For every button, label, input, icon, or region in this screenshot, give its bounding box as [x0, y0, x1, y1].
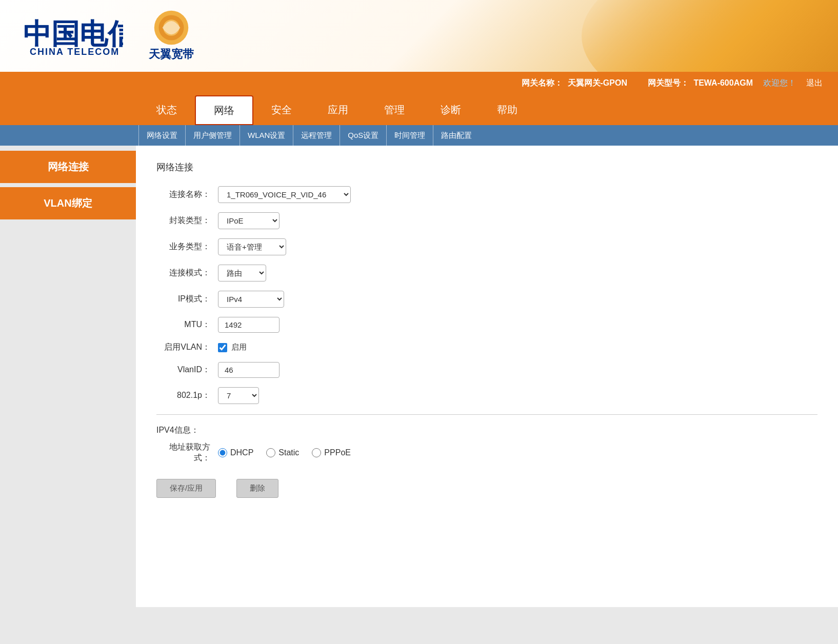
mtu-input[interactable] — [218, 317, 280, 333]
gateway-type: 网关型号： TEWA-600AGM — [648, 78, 753, 89]
encap-type-label: 封装类型： — [156, 215, 218, 226]
sidebar-item-network-connection[interactable]: 网络连接 — [0, 151, 136, 183]
form-row-8021p: 802.1p： 7 0 1 2 3 4 5 6 — [156, 387, 817, 404]
form-row-vlan-id: VlanID： — [156, 362, 817, 378]
radio-static-label: Static — [278, 448, 299, 457]
encap-type-control: IPoE PPPoE — [218, 212, 280, 229]
logo-area: 中国电信 CHINA TELECOM 天翼宽带 — [21, 10, 194, 62]
connection-name-control: 1_TR069_VOICE_R_VID_46 — [218, 186, 351, 203]
svg-text:CHINA TELECOM: CHINA TELECOM — [30, 47, 119, 57]
radio-dhcp[interactable]: DHCP — [218, 448, 253, 457]
gateway-info: 网关名称： 天翼网关-GPON 网关型号： TEWA-600AGM — [15, 78, 753, 89]
8021p-control: 7 0 1 2 3 4 5 6 — [218, 387, 259, 404]
sub-nav: 网络设置 用户侧管理 WLAN设置 远程管理 QoS设置 时间管理 路由配置 — [0, 125, 838, 146]
ip-mode-control: IPv4 IPv6 IPv4/IPv6 — [218, 291, 284, 308]
ip-mode-label: IP模式： — [156, 294, 218, 305]
service-type-select[interactable]: 语音+管理 上网 语音 管理 — [218, 238, 286, 255]
sub-nav-time[interactable]: 时间管理 — [387, 125, 433, 146]
connection-mode-label: 连接模式： — [156, 268, 218, 278]
nav-item-help[interactable]: 帮助 — [479, 94, 535, 125]
radio-static[interactable]: Static — [266, 448, 299, 457]
mtu-label: MTU： — [156, 319, 218, 330]
delete-button[interactable]: 删除 — [236, 479, 278, 498]
service-type-control: 语音+管理 上网 语音 管理 — [218, 238, 286, 255]
form-row-connection-mode: 连接模式： 路由 桥接 — [156, 265, 817, 281]
form-row-mtu: MTU： — [156, 317, 817, 333]
vlan-id-control — [218, 362, 280, 378]
vlan-id-label: VlanID： — [156, 365, 218, 375]
section-divider — [156, 414, 817, 415]
connection-mode-select[interactable]: 路由 桥接 — [218, 265, 266, 281]
vlan-id-input[interactable] — [218, 362, 280, 378]
ct-logo-svg: 中国电信 CHINA TELECOM — [21, 13, 123, 59]
radio-pppoe[interactable]: PPPoE — [312, 448, 351, 457]
connection-name-label: 连接名称： — [156, 189, 218, 200]
form-row-connection-name: 连接名称： 1_TR069_VOICE_R_VID_46 — [156, 186, 817, 203]
header: 中国电信 CHINA TELECOM 天翼宽带 — [0, 0, 838, 72]
nav-item-diagnose[interactable]: 诊断 — [423, 94, 479, 125]
connection-mode-control: 路由 桥接 — [218, 265, 266, 281]
sub-nav-qos[interactable]: QoS设置 — [340, 125, 387, 146]
tianyi-logo: 天翼宽带 — [149, 10, 194, 62]
radio-pppoe-label: PPPoE — [324, 448, 351, 457]
enable-vlan-control: 启用 — [218, 343, 247, 352]
nav-item-apps[interactable]: 应用 — [310, 94, 366, 125]
8021p-select[interactable]: 7 0 1 2 3 4 5 6 — [218, 387, 259, 404]
mtu-control — [218, 317, 280, 333]
form-row-service-type: 业务类型： 语音+管理 上网 语音 管理 — [156, 238, 817, 255]
content-area: 网络连接 VLAN绑定 网络连接 连接名称： 1_TR069_VOICE_R_V… — [0, 146, 838, 607]
address-type-radio-group: DHCP Static PPPoE — [218, 448, 351, 457]
sidebar-item-vlan-binding[interactable]: VLAN绑定 — [0, 187, 136, 219]
sub-nav-user-side[interactable]: 用户侧管理 — [186, 125, 240, 146]
save-button[interactable]: 保存/应用 — [156, 479, 216, 498]
sub-nav-remote[interactable]: 远程管理 — [293, 125, 340, 146]
welcome-link[interactable]: 欢迎您！ — [763, 78, 796, 89]
gateway-name: 网关名称： 天翼网关-GPON — [522, 78, 627, 89]
logout-link[interactable]: 退出 — [806, 78, 823, 89]
form-row-ip-mode: IP模式： IPv4 IPv6 IPv4/IPv6 — [156, 291, 817, 308]
form-row-encap-type: 封装类型： IPoE PPPoE — [156, 212, 817, 229]
top-nav: 网关名称： 天翼网关-GPON 网关型号： TEWA-600AGM 欢迎您！ 退… — [0, 72, 838, 94]
sub-nav-network-settings[interactable]: 网络设置 — [138, 125, 186, 146]
address-type-label: 地址获取方式： — [156, 442, 218, 464]
page-title: 网络连接 — [156, 161, 817, 173]
service-type-label: 业务类型： — [156, 242, 218, 252]
main-content: 网络连接 连接名称： 1_TR069_VOICE_R_VID_46 封装类型： … — [136, 146, 838, 607]
radio-pppoe-input[interactable] — [312, 448, 321, 457]
tianyi-icon — [153, 10, 189, 46]
encap-type-select[interactable]: IPoE PPPoE — [218, 212, 280, 229]
radio-dhcp-input[interactable] — [218, 448, 227, 457]
nav-item-manage[interactable]: 管理 — [366, 94, 423, 125]
svg-text:中国电信: 中国电信 — [23, 18, 123, 50]
ip-mode-select[interactable]: IPv4 IPv6 IPv4/IPv6 — [218, 291, 284, 308]
radio-dhcp-label: DHCP — [230, 448, 253, 457]
enable-vlan-label: 启用VLAN： — [156, 342, 218, 353]
nav-item-network[interactable]: 网络 — [195, 95, 253, 125]
btn-row: 保存/应用 删除 — [156, 479, 817, 498]
connection-name-select[interactable]: 1_TR069_VOICE_R_VID_46 — [218, 186, 351, 203]
nav-item-security[interactable]: 安全 — [253, 94, 310, 125]
radio-static-input[interactable] — [266, 448, 275, 457]
form-row-address-type: 地址获取方式： DHCP Static PPPoE — [156, 442, 817, 464]
main-nav: 状态 网络 安全 应用 管理 诊断 帮助 — [0, 94, 838, 125]
sidebar: 网络连接 VLAN绑定 — [0, 146, 136, 607]
china-telecom-logo: 中国电信 CHINA TELECOM — [21, 13, 123, 59]
enable-vlan-checkbox[interactable] — [218, 343, 227, 352]
form-row-enable-vlan: 启用VLAN： 启用 — [156, 342, 817, 353]
8021p-label: 802.1p： — [156, 390, 218, 401]
nav-item-status[interactable]: 状态 — [138, 94, 195, 125]
enable-vlan-check-label: 启用 — [231, 343, 247, 352]
sub-nav-route[interactable]: 路由配置 — [433, 125, 480, 146]
sub-nav-wlan[interactable]: WLAN设置 — [240, 125, 293, 146]
tianyi-text: 天翼宽带 — [149, 47, 194, 62]
ipv4-section-label: IPV4信息： — [156, 425, 817, 436]
